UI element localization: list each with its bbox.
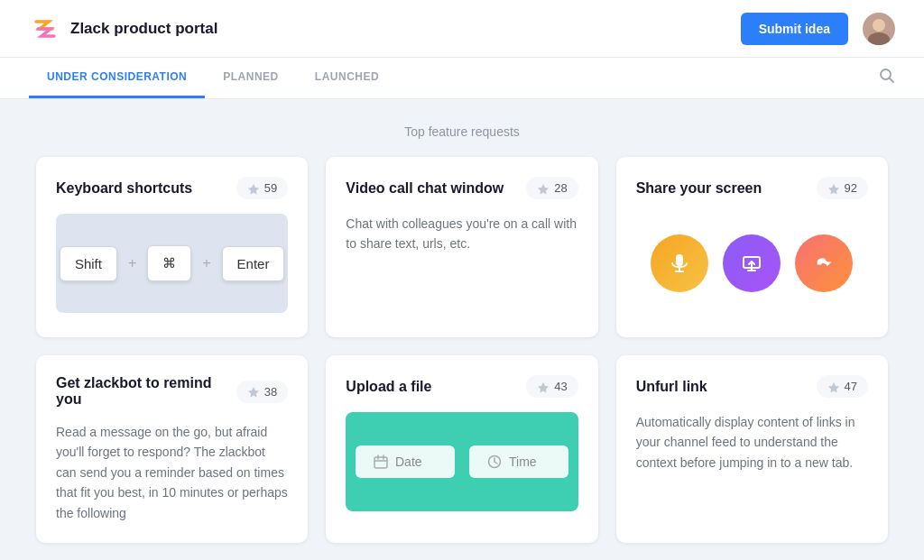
svg-rect-13 <box>374 457 387 468</box>
svg-point-2 <box>873 19 885 32</box>
clock-icon <box>487 454 502 469</box>
avatar[interactable] <box>863 13 895 45</box>
card-header: Keyboard shortcuts 59 <box>56 177 288 199</box>
phone-circle-icon <box>795 234 853 292</box>
card-title: Upload a file <box>346 379 431 395</box>
card-title: Keyboard shortcuts <box>56 180 192 197</box>
submit-idea-button[interactable]: Submit idea <box>741 13 848 45</box>
card-header: Unfurl link 47 <box>636 375 868 398</box>
plus-separator-2: + <box>202 255 210 271</box>
card-title: Video call chat window <box>346 180 504 197</box>
svg-line-19 <box>494 462 497 464</box>
date-placeholder: Date <box>395 454 422 469</box>
vote-badge[interactable]: 59 <box>236 177 288 199</box>
card-video-call: Video call chat window 28 Chat with coll… <box>326 157 597 337</box>
card-keyboard-shortcuts: Keyboard shortcuts 59 Shift + ⌘ + Enter <box>36 157 308 337</box>
vote-badge[interactable]: 47 <box>817 375 868 398</box>
card-unfurl-link: Unfurl link 47 Automatically display con… <box>616 355 888 543</box>
nav-bar: UNDER CONSIDERATION PLANNED LAUNCHED <box>0 58 924 99</box>
svg-line-5 <box>890 78 894 83</box>
date-field[interactable]: Date <box>356 445 455 478</box>
tab-planned[interactable]: PLANNED <box>205 58 297 98</box>
vote-badge[interactable]: 92 <box>817 177 868 199</box>
key-shift: Shift <box>60 246 117 281</box>
app-title: Zlack product portal <box>70 20 217 38</box>
vote-badge[interactable]: 43 <box>526 375 578 398</box>
header-actions: Submit idea <box>741 13 895 45</box>
vote-icon <box>537 182 550 195</box>
vote-icon <box>827 182 840 195</box>
card-description: Automatically display content of links i… <box>636 412 868 473</box>
card-header: Video call chat window 28 <box>346 177 578 199</box>
vote-icon <box>537 381 550 393</box>
vote-icon <box>247 182 260 195</box>
card-title: Get zlackbot to remind you <box>56 375 236 408</box>
card-header: Get zlackbot to remind you 38 <box>56 375 288 408</box>
user-avatar-image <box>863 13 895 45</box>
card-description: Read a message on the go, but afraid you… <box>56 422 288 523</box>
key-enter: Enter <box>222 246 285 281</box>
phone-icon <box>812 252 836 275</box>
vote-icon <box>827 381 840 393</box>
card-upload-file: Upload a file 43 Date <box>326 355 597 543</box>
search-icon <box>879 68 895 84</box>
nav-tabs: UNDER CONSIDERATION PLANNED LAUNCHED <box>29 58 397 98</box>
screen-circle-icon <box>723 234 781 292</box>
screen-icons-preview <box>636 214 868 313</box>
card-title: Unfurl link <box>636 379 707 395</box>
calendar-icon <box>374 454 388 469</box>
time-field[interactable]: Time <box>469 445 568 478</box>
upload-preview: Date Time <box>346 412 578 511</box>
screen-share-icon <box>740 252 763 275</box>
card-header: Upload a file 43 <box>346 375 578 398</box>
main-content: Top feature requests Keyboard shortcuts … <box>0 99 924 560</box>
svg-rect-6 <box>676 254 683 266</box>
header: Zlack product portal Submit idea <box>0 0 924 58</box>
logo: Zlack product portal <box>29 13 741 45</box>
mic-circle-icon <box>651 234 708 292</box>
vote-icon <box>247 385 260 398</box>
time-placeholder: Time <box>509 454 537 469</box>
vote-badge[interactable]: 28 <box>526 177 578 199</box>
card-title: Share your screen <box>636 180 762 197</box>
card-description: Chat with colleagues you're on a call wi… <box>346 214 578 254</box>
microphone-icon <box>668 252 691 275</box>
logo-icon <box>29 13 61 45</box>
card-header: Share your screen 92 <box>636 177 868 199</box>
card-share-screen: Share your screen 92 <box>616 157 888 337</box>
search-button[interactable] <box>879 68 895 88</box>
card-zlackbot: Get zlackbot to remind you 38 Read a mes… <box>36 355 308 543</box>
plus-separator: + <box>128 255 136 271</box>
section-title: Top feature requests <box>36 124 888 139</box>
vote-badge[interactable]: 38 <box>236 381 288 403</box>
cards-grid: Keyboard shortcuts 59 Shift + ⌘ + Enter … <box>36 157 888 543</box>
key-cmd: ⌘ <box>147 245 191 281</box>
tab-under-consideration[interactable]: UNDER CONSIDERATION <box>29 58 205 98</box>
tab-launched[interactable]: LAUNCHED <box>297 58 397 98</box>
keyboard-preview: Shift + ⌘ + Enter <box>56 214 288 313</box>
